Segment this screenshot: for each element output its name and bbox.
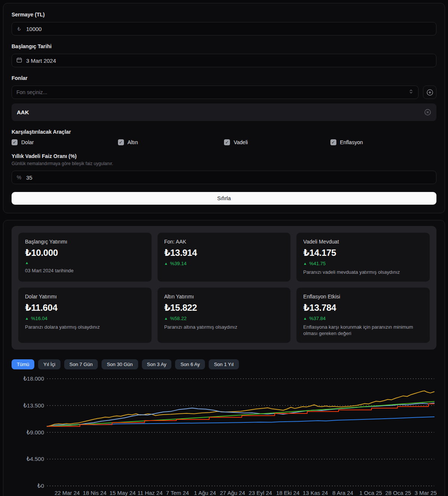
page: Sermaye (TL) ₺ 10000 Başlangıç Tarihi 3 … (0, 0, 448, 496)
start-date-input[interactable]: 3 Mart 2024 (12, 54, 436, 67)
add-fund-button[interactable] (423, 86, 436, 99)
interest-label: Yıllık Vadeli Faiz Oranı (%) (12, 153, 436, 159)
checkbox-vadeli[interactable]: ✓ Vadeli (224, 139, 330, 145)
x-axis-tick: 3 Mar 25 (415, 490, 437, 496)
checkbox-altin[interactable]: ✓ Altın (118, 139, 224, 145)
range-button-son-3-ay[interactable]: Son 3 Ay (142, 359, 172, 369)
x-axis-tick: 15 May 24 (109, 490, 136, 496)
checkbox-label: Enflasyon (340, 139, 363, 145)
x-axis-tick: 11 Haz 24 (137, 490, 162, 496)
card-value: ₺14.175 (303, 248, 423, 258)
x-axis-tick: 23 Eyl 24 (249, 490, 272, 496)
range-button-tumu[interactable]: Tümü (12, 359, 34, 369)
x-axis-tick: 27 Ağu 24 (220, 490, 245, 496)
card-title: Enflasyon Etkisi (303, 294, 423, 300)
chart-canvas[interactable]: ₺18.000₺13.500₺9.000₺4.500₺022 Mar 2418 … (12, 372, 437, 496)
checkmark-icon: ✓ (12, 139, 18, 145)
calendar-icon (16, 57, 22, 64)
checkmark-icon: ✓ (118, 139, 124, 145)
checkmark-icon: ✓ (330, 139, 336, 145)
remove-fund-button[interactable] (424, 109, 431, 116)
card-subtitle: 03 Mart 2024 tarihinde (25, 267, 145, 274)
card-delta: ▲%37.84 (303, 316, 423, 321)
selected-fund-chip: AAK (12, 103, 436, 121)
card-baslangic-yatirimi: Başlangıç Yatırımı ₺10.000 ▲ 03 Mart 202… (18, 233, 152, 282)
chevron-up-down-icon (408, 89, 414, 96)
card-vadeli-mevduat: Vadeli Mevduat ₺14.175 ▲%41.75 Paranızı … (296, 233, 430, 282)
card-value: ₺11.604 (25, 303, 145, 313)
range-button-son-7-gun[interactable]: Son 7 Gün (64, 359, 98, 369)
card-subtitle: Enflasyona karşı korunmak için paranızın… (303, 324, 423, 337)
card-altin-yatirimi: Altın Yatırımı ₺15.822 ▲%58.22 Paranızı … (158, 288, 291, 343)
card-delta: ▲%39.14 (164, 261, 284, 266)
checkmark-icon: ✓ (224, 139, 230, 145)
start-date-label: Başlangıç Tarihi (12, 43, 436, 49)
range-button-son-1-yil[interactable]: Son 1 Yıl (209, 359, 239, 369)
x-axis-tick: 18 Eki 24 (276, 490, 300, 496)
card-subtitle: Paranızı altına yatırmış olsaydınız (164, 324, 284, 331)
fund-select-placeholder: Fon seçiniz... (16, 89, 47, 95)
delta-up-icon: ▲ (164, 316, 168, 320)
card-title: Başlangıç Yatırımı (25, 239, 145, 245)
x-axis-tick: 1 Ağu 24 (194, 490, 216, 496)
card-subtitle: Paranızı vadeli mevduata yatırmış olsayd… (303, 269, 423, 276)
card-subtitle: Paranızı dolara yatırmış olsaydınız (25, 324, 145, 331)
capital-input[interactable]: ₺ 10000 (12, 22, 436, 35)
capital-value: 10000 (26, 26, 42, 32)
y-axis-tick: ₺4.500 (27, 456, 44, 462)
interest-value: 35 (26, 174, 32, 181)
delta-up-icon: ▲ (303, 316, 307, 320)
funds-label: Fonlar (12, 75, 436, 81)
x-axis-tick: 13 Kas 24 (303, 490, 328, 496)
checkbox-label: Vadeli (234, 139, 248, 145)
results-panel: Başlangıç Yatırımı ₺10.000 ▲ 03 Mart 202… (3, 220, 445, 496)
card-enflasyon-etkisi: Enflasyon Etkisi ₺13.784 ▲%37.84 Enflasy… (296, 288, 430, 343)
summary-cards-wrap: Başlangıç Yatırımı ₺10.000 ▲ 03 Mart 202… (12, 226, 436, 350)
card-delta: ▲ (25, 261, 145, 265)
range-button-son-6-ay[interactable]: Son 6 Ay (175, 359, 205, 369)
card-delta: ▲%16.04 (25, 316, 145, 321)
card-fon-aak: Fon: AAK ₺13.914 ▲%39.14 (158, 233, 291, 282)
delta-up-icon: ▲ (25, 316, 29, 320)
card-title: Vadeli Mevduat (303, 239, 423, 245)
card-title: Dolar Yatırımı (25, 294, 145, 300)
checkbox-enflasyon[interactable]: ✓ Enflasyon (330, 139, 437, 145)
y-axis-tick: ₺13.500 (24, 402, 44, 408)
percent-icon: % (16, 174, 22, 180)
start-date-value: 3 Mart 2024 (26, 58, 56, 64)
compare-label: Karşılaştırılacak Araçlar (12, 129, 436, 135)
card-title: Altın Yatırımı (164, 294, 284, 300)
interest-input[interactable]: % 35 (12, 171, 436, 184)
card-value: ₺13.914 (164, 248, 284, 258)
y-axis-tick: ₺0 (37, 483, 44, 489)
card-title: Fon: AAK (164, 239, 284, 245)
x-axis-tick: 7 Tem 24 (166, 490, 189, 496)
range-button-son-30-gun[interactable]: Son 30 Gün (102, 359, 138, 369)
checkbox-label: Altın (128, 139, 138, 145)
card-dolar-yatirimi: Dolar Yatırımı ₺11.604 ▲%16.04 Paranızı … (18, 288, 152, 343)
lira-icon: ₺ (16, 26, 22, 32)
card-value: ₺15.822 (164, 303, 284, 313)
x-axis-tick: 1 Oca 25 (359, 490, 382, 496)
checkbox-label: Dolar (21, 139, 34, 145)
settings-panel: Sermaye (TL) ₺ 10000 Başlangıç Tarihi 3 … (3, 3, 445, 213)
x-axis-tick: 8 Ara 24 (332, 490, 353, 496)
x-axis-tick: 22 Mar 24 (55, 490, 80, 496)
delta-up-icon: ▲ (303, 261, 307, 266)
selected-fund-name: AAK (17, 109, 29, 115)
card-value: ₺10.000 (25, 248, 145, 258)
card-delta: ▲%58.22 (164, 316, 284, 321)
compare-checkbox-group: ✓ Dolar ✓ Altın ✓ Vadeli ✓ Enflasyon (12, 139, 436, 145)
y-axis-tick: ₺18.000 (24, 375, 44, 382)
card-value: ₺13.784 (303, 303, 423, 313)
comparison-chart[interactable]: ₺18.000₺13.500₺9.000₺4.500₺022 Mar 2418 … (12, 372, 436, 496)
fund-select[interactable]: Fon seçiniz... (12, 86, 419, 99)
x-axis-tick: 18 Nis 24 (83, 490, 106, 496)
delta-up-icon: ▲ (164, 261, 168, 266)
x-axis-tick: 28 Oca 25 (385, 490, 411, 496)
checkbox-dolar[interactable]: ✓ Dolar (12, 139, 118, 145)
range-button-yil-ici[interactable]: Yıl İçi (38, 359, 60, 369)
reset-button[interactable]: Sıfırla (12, 192, 436, 205)
interest-help: Günlük nemalandırmaya göre bileşik faiz … (12, 161, 436, 166)
capital-label: Sermaye (TL) (12, 12, 436, 18)
